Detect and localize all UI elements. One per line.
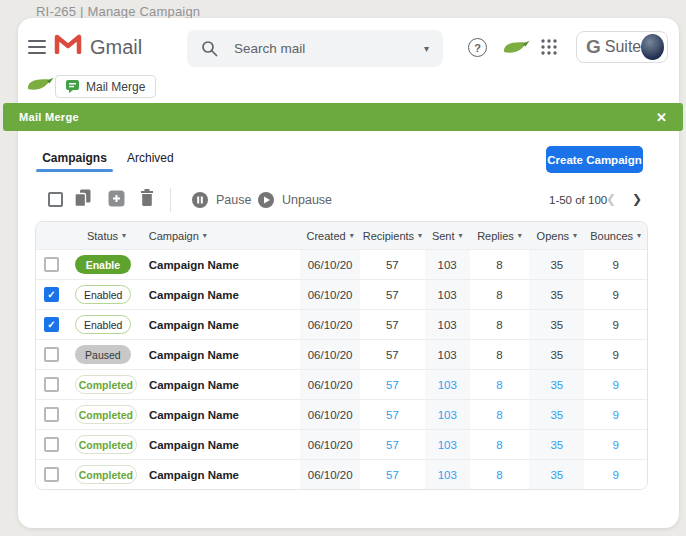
trash-icon[interactable]: [140, 189, 154, 211]
opens-link[interactable]: 35: [529, 370, 584, 399]
gsuite-account-button[interactable]: G Suite: [576, 31, 668, 63]
pagination-range: 1-50 of 100: [549, 194, 607, 206]
replies-link[interactable]: 8: [470, 370, 530, 399]
create-campaign-button[interactable]: Create Campaign: [546, 146, 643, 173]
sent-link[interactable]: 103: [425, 400, 470, 429]
header-created[interactable]: Created▾: [300, 222, 360, 249]
gmail-wordmark: Gmail: [90, 36, 142, 59]
copy-icon[interactable]: [74, 189, 92, 212]
campaigns-table: Status▾ Campaign▾ Created▾ Recipients▾ S…: [35, 221, 648, 490]
unpause-label: Unpause: [282, 193, 332, 207]
status-badge[interactable]: Enabled: [75, 285, 132, 304]
row-checkbox[interactable]: [44, 347, 59, 362]
opens-link[interactable]: 35: [529, 430, 584, 459]
sent-link[interactable]: 103: [425, 370, 470, 399]
opens-cell: 35: [529, 280, 584, 309]
sort-caret-icon: ▾: [637, 231, 641, 240]
apps-grid-icon[interactable]: [540, 38, 558, 60]
header-opens[interactable]: Opens▾: [529, 222, 584, 249]
status-badge[interactable]: Completed: [75, 435, 137, 454]
hamburger-menu-icon[interactable]: [28, 40, 46, 54]
gsuite-g-logo: G: [586, 36, 601, 58]
created-cell: 06/10/20: [300, 400, 360, 429]
row-checkbox[interactable]: [44, 467, 59, 482]
table-row: ✓ Enabled Campaign Name 06/10/20 57 103 …: [36, 279, 647, 309]
select-all-checkbox[interactable]: [48, 192, 63, 207]
bounces-link[interactable]: 9: [584, 430, 647, 459]
unpause-button[interactable]: Unpause: [258, 192, 332, 208]
row-checkbox[interactable]: ✓: [44, 287, 59, 302]
mail-merge-chip[interactable]: Mail Merge: [55, 75, 156, 98]
sort-caret-icon: ▾: [418, 231, 422, 240]
replies-cell: 8: [470, 250, 530, 279]
addon-leaf-icon[interactable]: [502, 39, 530, 61]
status-badge[interactable]: Enable: [75, 255, 131, 274]
recipients-link[interactable]: 57: [360, 430, 425, 459]
play-circle-icon: [258, 192, 274, 208]
gmail-logo-icon[interactable]: [54, 33, 82, 58]
mail-merge-chip-label: Mail Merge: [86, 80, 145, 94]
table-row: Completed Campaign Name 06/10/20 57 103 …: [36, 459, 647, 489]
pagination-prev-icon[interactable]: ❮: [606, 192, 616, 206]
close-icon[interactable]: ✕: [656, 110, 667, 125]
header-campaign[interactable]: Campaign▾: [137, 222, 300, 249]
search-options-caret-icon[interactable]: ▾: [424, 43, 429, 54]
status-badge[interactable]: Completed: [75, 465, 137, 484]
user-avatar[interactable]: [641, 34, 664, 60]
opens-link[interactable]: 35: [529, 400, 584, 429]
row-checkbox[interactable]: [44, 257, 59, 272]
row-checkbox[interactable]: [44, 377, 59, 392]
sent-cell: 103: [425, 280, 470, 309]
tab-archived[interactable]: Archived: [127, 151, 174, 165]
pagination-next-icon[interactable]: ❯: [632, 192, 642, 206]
header-sent[interactable]: Sent▾: [425, 222, 470, 249]
campaign-name: Campaign Name: [137, 310, 300, 339]
status-badge[interactable]: Enabled: [75, 315, 132, 334]
tab-campaigns[interactable]: Campaigns: [36, 151, 113, 165]
status-badge[interactable]: Completed: [75, 405, 137, 424]
created-cell: 06/10/20: [300, 460, 360, 489]
header-bounces[interactable]: Bounces▾: [584, 222, 647, 249]
replies-link[interactable]: 8: [470, 430, 530, 459]
recipients-link[interactable]: 57: [360, 400, 425, 429]
status-badge[interactable]: Paused: [75, 345, 131, 364]
pause-button[interactable]: Pause: [192, 192, 251, 208]
chat-bubble-icon: [66, 80, 79, 93]
campaign-name: Campaign Name: [137, 280, 300, 309]
bounces-link[interactable]: 9: [584, 400, 647, 429]
bounces-link[interactable]: 9: [584, 370, 647, 399]
created-cell: 06/10/20: [300, 250, 360, 279]
status-badge[interactable]: Completed: [75, 375, 137, 394]
header-replies[interactable]: Replies▾: [470, 222, 530, 249]
campaign-name: Campaign Name: [137, 400, 300, 429]
bounces-link[interactable]: 9: [584, 460, 647, 489]
opens-link[interactable]: 35: [529, 460, 584, 489]
campaign-name: Campaign Name: [137, 430, 300, 459]
replies-link[interactable]: 8: [470, 460, 530, 489]
created-cell: 06/10/20: [300, 340, 360, 369]
sent-link[interactable]: 103: [425, 460, 470, 489]
pause-label: Pause: [216, 193, 251, 207]
bounces-cell: 9: [584, 250, 647, 279]
replies-link[interactable]: 8: [470, 400, 530, 429]
created-cell: 06/10/20: [300, 370, 360, 399]
row-checkbox[interactable]: [44, 437, 59, 452]
pause-circle-icon: [192, 192, 208, 208]
header-status[interactable]: Status▾: [67, 222, 137, 249]
header-recipients[interactable]: Recipients▾: [360, 222, 425, 249]
opens-cell: 35: [529, 340, 584, 369]
sent-link[interactable]: 103: [425, 430, 470, 459]
help-icon[interactable]: ?: [468, 38, 487, 57]
replies-cell: 8: [470, 310, 530, 339]
add-box-icon[interactable]: [108, 190, 125, 211]
row-checkbox[interactable]: ✓: [44, 317, 59, 332]
created-cell: 06/10/20: [300, 280, 360, 309]
recipients-link[interactable]: 57: [360, 370, 425, 399]
opens-cell: 35: [529, 310, 584, 339]
mail-merge-leaf-icon[interactable]: [26, 76, 54, 98]
search-input[interactable]: Search mail ▾: [187, 30, 443, 67]
recipients-link[interactable]: 57: [360, 460, 425, 489]
row-checkbox[interactable]: [44, 407, 59, 422]
table-row: Completed Campaign Name 06/10/20 57 103 …: [36, 399, 647, 429]
sort-caret-icon: ▾: [203, 231, 207, 240]
